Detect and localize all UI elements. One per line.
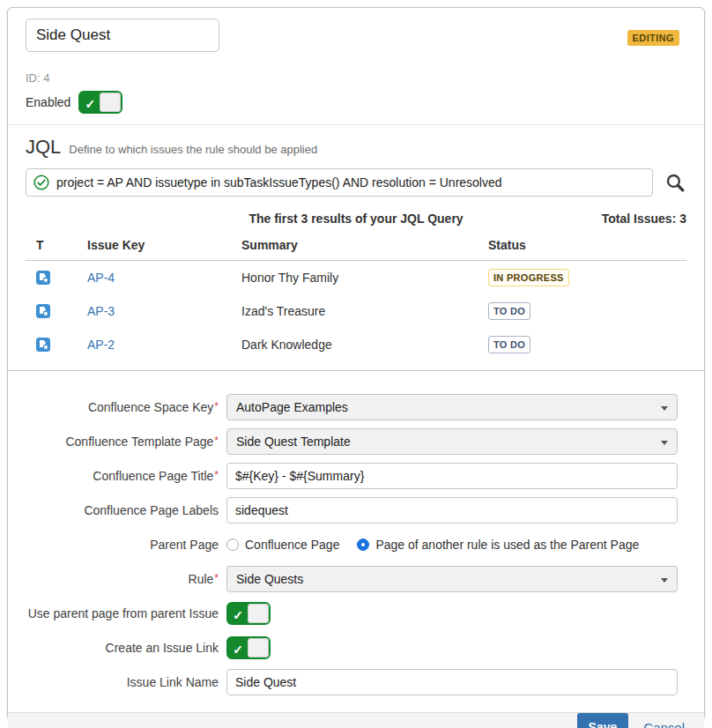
check-icon: ✓ (228, 638, 248, 657)
toggle-knob (248, 638, 269, 657)
required-marker: * (214, 572, 219, 584)
toggle-knob (248, 604, 269, 623)
subtask-icon (36, 338, 50, 352)
rule-select[interactable]: Side Quests (226, 566, 678, 592)
radio-page-of-another-rule[interactable]: Page of another rule is used as the Pare… (357, 538, 639, 552)
parent-page-radio-group: Confluence Page Page of another rule is … (226, 538, 639, 552)
rule-id-label: ID: 4 (26, 71, 686, 85)
rule-name-input[interactable] (26, 19, 219, 52)
search-icon (664, 172, 686, 194)
chevron-down-icon (661, 406, 668, 411)
issue-summary: Honor Thy Family (241, 261, 488, 295)
cancel-link[interactable]: Cancel (643, 720, 685, 728)
page-title-input[interactable] (226, 463, 678, 489)
field-label-rule: Rule* (26, 572, 226, 586)
field-label-page-labels: Confluence Page Labels (26, 503, 226, 517)
template-page-value: Side Quest Template (236, 435, 351, 449)
chevron-down-icon (661, 441, 668, 445)
required-marker: * (214, 435, 219, 447)
required-marker: * (214, 469, 219, 481)
field-label-use-parent-page: Use parent page from parent Issue (26, 606, 226, 620)
jql-description: Define to which issues the rule should b… (69, 143, 317, 156)
space-key-select[interactable]: AutoPage Examples (226, 394, 678, 420)
jql-heading: JQL (26, 136, 61, 159)
column-header-status: Status (488, 229, 686, 261)
column-header-issue-key: Issue Key (87, 229, 241, 261)
footer-bar: Save Cancel (8, 712, 704, 728)
space-key-value: AutoPage Examples (236, 400, 348, 414)
issue-key-link[interactable]: AP-3 (87, 304, 115, 318)
jql-section: JQL Define to which issues the rule shou… (8, 125, 704, 370)
toggle-knob (100, 93, 121, 112)
header-section: EDITING ID: 4 Enabled ✓ (8, 8, 704, 124)
status-badge: TO DO (488, 302, 530, 320)
column-header-summary: Summary (241, 229, 488, 261)
issue-link-name-input[interactable] (226, 669, 678, 695)
editing-badge: EDITING (627, 30, 679, 46)
page-labels-input[interactable] (226, 497, 678, 524)
rule-value: Side Quests (236, 572, 303, 586)
field-label-create-issue-link: Create an Issue Link (26, 641, 226, 655)
field-label-template-page: Confluence Template Page* (26, 435, 226, 449)
create-issue-link-toggle[interactable]: ✓ (226, 636, 271, 659)
enabled-toggle[interactable]: ✓ (78, 91, 122, 114)
template-page-select[interactable]: Side Quest Template (226, 428, 678, 455)
issue-key-link[interactable]: AP-4 (87, 271, 115, 285)
search-button[interactable] (664, 172, 686, 194)
field-label-issue-link-name: Issue Link Name (26, 675, 226, 689)
subtask-icon (36, 271, 50, 285)
table-row: AP-3 Izad's Treasure TO DO (26, 294, 686, 328)
enabled-label: Enabled (26, 95, 70, 109)
table-row: AP-2 Dark Knowledge TO DO (26, 328, 686, 361)
check-circle-icon (33, 175, 49, 190)
total-issues-label: Total Issues: 3 (602, 212, 686, 226)
rule-settings-form: Confluence Space Key* AutoPage Examples … (8, 371, 704, 712)
field-label-space-key: Confluence Space Key* (26, 400, 226, 414)
issue-key-link[interactable]: AP-2 (87, 338, 115, 352)
issue-summary: Izad's Treasure (241, 294, 488, 328)
save-button[interactable]: Save (577, 713, 629, 728)
radio-confluence-page[interactable]: Confluence Page (226, 538, 339, 552)
check-icon: ✓ (228, 604, 248, 623)
field-label-page-title: Confluence Page Title* (26, 469, 226, 483)
radio-icon (226, 539, 239, 551)
check-icon: ✓ (80, 93, 100, 112)
jql-query-input[interactable] (26, 168, 653, 197)
radio-icon (357, 539, 369, 551)
column-header-type: T (26, 229, 87, 261)
required-marker: * (214, 400, 219, 412)
use-parent-page-toggle[interactable]: ✓ (226, 602, 271, 625)
chevron-down-icon (661, 578, 668, 583)
subtask-icon (36, 304, 50, 318)
rule-editor-panel: EDITING ID: 4 Enabled ✓ JQL Define to wh… (7, 7, 705, 721)
table-row: AP-4 Honor Thy Family IN PROGRESS (26, 261, 686, 295)
issue-summary: Dark Knowledge (241, 328, 488, 361)
field-label-parent-page: Parent Page (26, 538, 226, 552)
radio-label: Confluence Page (245, 538, 339, 552)
status-badge: TO DO (488, 336, 530, 353)
status-badge: IN PROGRESS (488, 269, 569, 286)
radio-label: Page of another rule is used as the Pare… (375, 538, 639, 552)
results-title: The first 3 results of your JQL Query (248, 212, 463, 226)
jql-results-table: T Issue Key Summary Status AP-4 (26, 229, 686, 361)
